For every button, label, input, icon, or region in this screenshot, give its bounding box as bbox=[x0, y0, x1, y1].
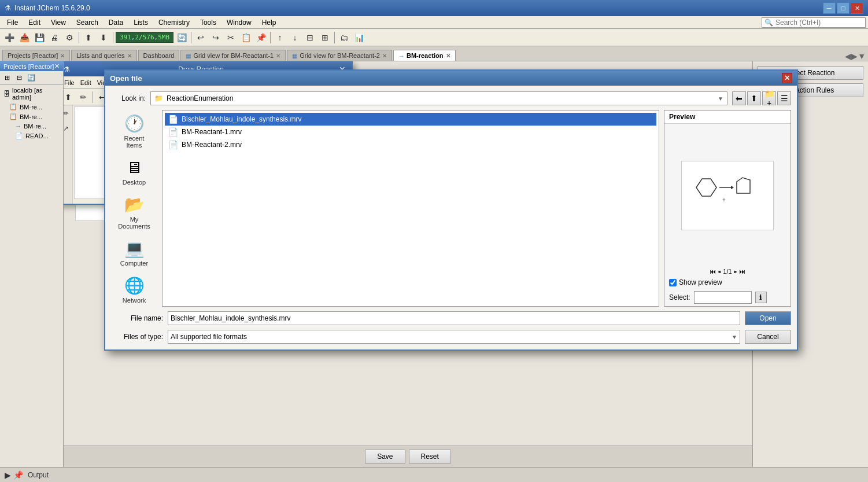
toolbar-view2[interactable]: 📊 bbox=[352, 31, 366, 45]
maximize-button[interactable]: □ bbox=[837, 2, 849, 14]
file-item-2[interactable]: 📄 BM-Reactant-2.mrv bbox=[165, 138, 656, 151]
menu-view[interactable]: View bbox=[46, 17, 71, 28]
tab-dashboard[interactable]: Dashboard bbox=[138, 50, 180, 61]
status-pin-btn[interactable]: 📌 bbox=[13, 470, 23, 480]
dr-pencil[interactable]: ✏ bbox=[64, 106, 73, 120]
li-back-btn[interactable]: ⬅ bbox=[732, 91, 746, 105]
projects-expand-btn[interactable]: ⊞ bbox=[1, 72, 13, 83]
projects-refresh-btn[interactable]: 🔄 bbox=[25, 72, 37, 83]
filename-input[interactable] bbox=[168, 311, 740, 325]
file-item-0[interactable]: 📄 Bischler_Mohlau_indole_synthesis.mrv bbox=[165, 113, 656, 126]
toolbar-import[interactable]: ⬆ bbox=[82, 31, 95, 45]
toolbar-sort-asc[interactable]: ↑ bbox=[273, 31, 287, 45]
tree-bm1[interactable]: 📋 BM-re... bbox=[1, 102, 62, 112]
tab-bm-reaction[interactable]: → BM-reaction ✕ bbox=[393, 50, 456, 61]
toolbar-refresh[interactable]: 🔄 bbox=[175, 31, 189, 45]
menu-window[interactable]: Window bbox=[222, 17, 256, 28]
toolbar-save[interactable]: 💾 bbox=[32, 31, 46, 45]
projects-collapse-btn[interactable]: ⊟ bbox=[13, 72, 25, 83]
show-preview-checkbox[interactable] bbox=[669, 279, 677, 286]
tree-bmre[interactable]: → BM-re... bbox=[1, 122, 62, 131]
open-file-content: 🕐 Recent Items 🖥 Desktop 📂 My Documents … bbox=[111, 110, 791, 307]
toolbar-sort-desc[interactable]: ↓ bbox=[288, 31, 302, 45]
look-in-label: Look in: bbox=[111, 94, 146, 102]
tab-scroll-down[interactable]: ▼ bbox=[858, 51, 866, 61]
minimize-button[interactable]: ─ bbox=[823, 2, 836, 14]
filetype-combo[interactable]: All supported file formats ▼ bbox=[168, 330, 740, 344]
toolbar-undo[interactable]: ↩ bbox=[194, 31, 208, 45]
li-view-btn[interactable]: ☰ bbox=[777, 91, 791, 105]
nav-recent[interactable]: 🕐 Recent Items bbox=[114, 110, 154, 152]
tab-lists[interactable]: Lists and queries ✕ bbox=[71, 50, 136, 61]
toolbar-redo[interactable]: ↪ bbox=[209, 31, 223, 45]
tab-grid-reactant2[interactable]: ▦ Grid view for BM-Reactant-2 ✕ bbox=[287, 50, 392, 61]
li-up-btn[interactable]: ⬆ bbox=[747, 91, 761, 105]
close-button[interactable]: ✕ bbox=[851, 2, 863, 14]
tab-scroll-left[interactable]: ◀ bbox=[845, 51, 851, 61]
global-search-input[interactable] bbox=[775, 19, 856, 27]
toolbar-cut[interactable]: ✂ bbox=[224, 31, 238, 45]
open-file-open-btn[interactable]: Open bbox=[745, 311, 791, 325]
select-info-btn[interactable]: ℹ bbox=[755, 292, 767, 303]
toolbar-settings[interactable]: ⚙ bbox=[62, 31, 76, 45]
toolbar-print[interactable]: 🖨 bbox=[47, 31, 61, 45]
toolbar-open[interactable]: 📥 bbox=[17, 31, 31, 45]
open-file-cancel-btn[interactable]: Cancel bbox=[745, 330, 791, 344]
li-new-folder-btn[interactable]: 📁+ bbox=[762, 91, 776, 105]
reset-button[interactable]: Reset bbox=[409, 450, 451, 463]
tab-scroll-right[interactable]: ▶ bbox=[851, 51, 858, 61]
file-item-1[interactable]: 📄 BM-Reactant-1.mrv bbox=[165, 126, 656, 138]
search-icon: 🔍 bbox=[764, 19, 773, 27]
toolbar-sep-3 bbox=[191, 32, 191, 43]
save-button[interactable]: Save bbox=[365, 450, 405, 463]
tab-grid-reactant2-close[interactable]: ✕ bbox=[382, 53, 387, 59]
look-in-combo[interactable]: 📁 ReactionEnumeration ▼ bbox=[150, 91, 727, 105]
menu-data[interactable]: Data bbox=[104, 17, 128, 28]
nav-computer[interactable]: 💻 Computer bbox=[114, 235, 154, 270]
menu-search[interactable]: Search bbox=[72, 17, 103, 28]
dr-draw-tool[interactable]: ✏ bbox=[76, 90, 90, 104]
tree-bm2[interactable]: 📋 BM-re... bbox=[1, 112, 62, 122]
toolbar-new[interactable]: ➕ bbox=[2, 31, 16, 45]
toolbar-copy[interactable]: 📋 bbox=[239, 31, 253, 45]
tab-bm-reaction-close[interactable]: ✕ bbox=[446, 53, 450, 59]
select-input[interactable] bbox=[694, 291, 752, 304]
menu-help[interactable]: Help bbox=[257, 17, 281, 28]
tab-projects[interactable]: Projects [Reactor] ✕ bbox=[2, 50, 70, 61]
nav-documents[interactable]: 📂 My Documents bbox=[114, 191, 154, 233]
nav-network[interactable]: 🌐 Network bbox=[114, 272, 154, 307]
tab-projects-close[interactable]: ✕ bbox=[60, 53, 65, 59]
left-nav: 🕐 Recent Items 🖥 Desktop 📂 My Documents … bbox=[111, 110, 157, 307]
dr-menu-file[interactable]: File bbox=[64, 79, 77, 87]
projects-panel-close[interactable]: ✕ bbox=[54, 62, 60, 70]
dr-menu-edit[interactable]: Edit bbox=[77, 79, 94, 87]
nav-desktop[interactable]: 🖥 Desktop bbox=[114, 154, 154, 189]
tab-lists-close[interactable]: ✕ bbox=[127, 53, 132, 59]
toolbar-export[interactable]: ⬇ bbox=[97, 31, 110, 45]
menu-tools[interactable]: Tools bbox=[195, 17, 221, 28]
tab-grid-reactant1-close[interactable]: ✕ bbox=[276, 53, 280, 59]
dr-arrow[interactable]: ↗ bbox=[64, 122, 73, 135]
select-row: Select: ℹ bbox=[664, 289, 791, 306]
title-bar-left: ⚗ Instant JChem 15.6.29.0 bbox=[5, 4, 90, 12]
dr-select-tool[interactable]: ⬆ bbox=[64, 90, 75, 104]
menu-file[interactable]: File bbox=[2, 17, 23, 28]
menu-lists[interactable]: Lists bbox=[129, 17, 153, 28]
file-icon-1: 📄 bbox=[168, 127, 178, 137]
toolbar-filter2[interactable]: ⊞ bbox=[318, 31, 332, 45]
tree-bm2-icon: 📋 bbox=[9, 113, 17, 120]
file-icon-2: 📄 bbox=[168, 140, 178, 149]
toolbar-filter[interactable]: ⊟ bbox=[303, 31, 317, 45]
toolbar-view[interactable]: 🗂 bbox=[337, 31, 351, 45]
toolbar-sep-5 bbox=[334, 32, 335, 43]
tree-bmre-icon: → bbox=[15, 123, 21, 130]
tree-localdb[interactable]: 🗄 localdb [as admin] bbox=[1, 86, 62, 102]
projects-panel-header: Projects [Reactor] ✕ bbox=[0, 61, 63, 71]
status-arrow-btn[interactable]: ▶ bbox=[5, 470, 11, 480]
tab-grid-reactant1[interactable]: ▦ Grid view for BM-Reactant-1 ✕ bbox=[180, 50, 286, 61]
tree-read[interactable]: 📄 READ... bbox=[1, 131, 62, 141]
open-file-close-btn[interactable]: ✕ bbox=[782, 73, 792, 83]
menu-edit[interactable]: Edit bbox=[24, 17, 45, 28]
toolbar-paste[interactable]: 📌 bbox=[254, 31, 268, 45]
menu-chemistry[interactable]: Chemistry bbox=[154, 17, 194, 28]
